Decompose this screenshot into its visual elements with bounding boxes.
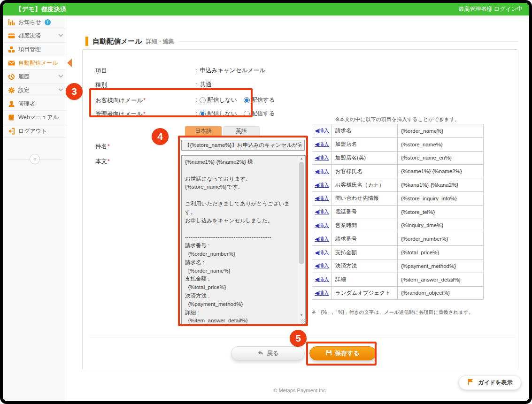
variable-name: ランダムオブジェクト bbox=[332, 286, 398, 300]
table-row: ◀挿入お客様氏名（カナ）{%kana1%} {%kana2%} bbox=[312, 178, 484, 192]
active-item-marker bbox=[67, 59, 72, 67]
guide-button-label: ガイドを表示 bbox=[478, 379, 512, 387]
insert-link[interactable]: ◀挿入 bbox=[315, 128, 329, 133]
table-row: ◀挿入請求番号{%order_number%} bbox=[312, 232, 484, 246]
divider bbox=[90, 337, 515, 337]
table-row: ◀挿入営業時間{%inquiry_time%} bbox=[312, 219, 484, 232]
mail-icon bbox=[8, 60, 15, 67]
insert-link[interactable]: ◀挿入 bbox=[315, 209, 329, 214]
field-label-customer-mail: お客様向けメール* bbox=[95, 97, 146, 105]
radio-customer-mail-off[interactable] bbox=[200, 97, 206, 103]
login-status: 最高管理者様 ログイン中 bbox=[459, 5, 529, 13]
save-button-label: 保存する bbox=[335, 349, 360, 358]
sidebar-item-label: 自動配信メール bbox=[18, 59, 58, 67]
variable-code: {%payment_method%} bbox=[398, 259, 484, 273]
required-mark: * bbox=[143, 97, 146, 104]
insert-link[interactable]: ◀挿入 bbox=[315, 276, 329, 282]
flag-icon bbox=[467, 378, 474, 387]
insert-link[interactable]: ◀挿入 bbox=[315, 222, 329, 228]
insert-link[interactable]: ◀挿入 bbox=[315, 182, 329, 188]
insert-link[interactable]: ◀挿入 bbox=[315, 141, 329, 147]
back-button[interactable]: 戻る bbox=[231, 346, 305, 360]
required-mark: * bbox=[143, 111, 146, 117]
table-row: ◀挿入請求名{%order_name%} bbox=[312, 124, 484, 138]
detail-edit-panel: 項目 : 申込みキャンセルメール 種別 : 共通 お客様向けメール* : 配信し… bbox=[82, 49, 518, 370]
app-window: 【デモ】都度決済 最高管理者様 ログイン中 お知らせ i 都度決済 項目管理 bbox=[3, 3, 529, 401]
divider bbox=[179, 41, 518, 42]
variable-name: 詳細 bbox=[332, 273, 398, 286]
back-button-label: 戻る bbox=[267, 349, 279, 358]
insert-link[interactable]: ◀挿入 bbox=[315, 290, 329, 296]
sidebar-item-label: ログアウト bbox=[18, 127, 47, 135]
radio-admin-mail-on[interactable] bbox=[244, 111, 250, 117]
tab-japanese[interactable]: 日本語 bbox=[185, 126, 222, 136]
collapse-sidebar-button[interactable]: « bbox=[30, 154, 40, 164]
variable-code: {%item_answer_detail%} bbox=[398, 273, 484, 286]
scrollbar-thumb[interactable] bbox=[299, 162, 304, 264]
resize-grip-icon[interactable] bbox=[301, 319, 305, 324]
insert-link[interactable]: ◀挿入 bbox=[315, 168, 329, 174]
chevron-down-icon bbox=[59, 32, 63, 37]
top-header-bar: 【デモ】都度決済 最高管理者様 ログイン中 bbox=[3, 3, 529, 15]
radio-customer-mail-on[interactable] bbox=[244, 97, 250, 103]
table-row: ◀挿入ランダムオブジェクト{%random_object%} bbox=[312, 286, 484, 300]
textarea-scrollbar[interactable]: ▲ ▼ bbox=[298, 156, 305, 324]
sidebar-collapse-row: « bbox=[8, 154, 62, 164]
variable-name: 請求番号 bbox=[332, 232, 398, 246]
back-arrow-icon bbox=[257, 350, 264, 358]
window-frame: 【デモ】都度決済 最高管理者様 ログイン中 お知らせ i 都度決済 項目管理 bbox=[0, 0, 532, 404]
subject-input[interactable] bbox=[181, 140, 305, 151]
insert-link[interactable]: ◀挿入 bbox=[315, 250, 329, 255]
sidebar-item-admin[interactable]: 管理者 bbox=[3, 97, 67, 111]
sidebar-item-payments[interactable]: 都度決済 bbox=[3, 29, 67, 43]
variable-name: 支払金額 bbox=[332, 246, 398, 259]
radio-label: 配信しない bbox=[207, 96, 237, 104]
scroll-down-icon[interactable]: ▼ bbox=[298, 313, 305, 318]
insert-variable-table: ◀挿入請求名{%order_name%} ◀挿入加盟店名{%store_name… bbox=[312, 124, 484, 300]
sidebar-item-logout[interactable]: ログアウト bbox=[3, 124, 67, 138]
sidebar-item-label: 項目管理 bbox=[18, 46, 41, 53]
guide-button[interactable]: ガイドを表示 bbox=[459, 375, 521, 390]
sidebar-item-label: 設定 bbox=[18, 86, 30, 94]
sidebar-item-auto-mail[interactable]: 自動配信メール bbox=[3, 56, 67, 70]
sidebar-item-news[interactable]: お知らせ i bbox=[3, 15, 67, 29]
variable-name: 問い合わせ先情報 bbox=[332, 191, 398, 205]
cubes-icon bbox=[8, 46, 15, 53]
variable-name: 請求名 bbox=[332, 124, 398, 138]
colon: : bbox=[195, 97, 197, 103]
table-row: ◀挿入詳細{%item_answer_detail%} bbox=[312, 273, 484, 286]
field-value-item: 申込みキャンセルメール bbox=[200, 67, 265, 75]
sidebar-item-history[interactable]: 履歴 bbox=[3, 70, 67, 84]
page-title: 自動配信メール bbox=[93, 37, 142, 46]
radio-label: 配信しない bbox=[207, 110, 237, 118]
colon: : bbox=[195, 81, 197, 88]
insert-link[interactable]: ◀挿入 bbox=[315, 155, 329, 160]
person-icon bbox=[8, 100, 15, 107]
credit-card-icon bbox=[8, 32, 15, 39]
sidebar-item-settings[interactable]: 設定 bbox=[3, 84, 67, 97]
sidebar-item-label: 都度決済 bbox=[18, 32, 41, 40]
variable-name: 電話番号 bbox=[332, 205, 398, 219]
colon: : bbox=[195, 110, 197, 117]
sidebar-item-web-manual[interactable]: Webマニュアル bbox=[3, 111, 67, 124]
tab-english[interactable]: 英語 bbox=[223, 126, 260, 136]
insert-link[interactable]: ◀挿入 bbox=[315, 236, 329, 242]
history-icon bbox=[8, 73, 15, 80]
sidebar-item-item-management[interactable]: 項目管理 bbox=[3, 43, 67, 56]
radio-admin-mail-off[interactable] bbox=[200, 111, 206, 117]
annotation-step-3-badge: 3 bbox=[66, 83, 83, 100]
table-row: ◀挿入加盟店名(英){%store_name_en%} bbox=[312, 151, 484, 165]
variable-code: {%name1%} {%name2%} bbox=[398, 165, 484, 178]
insert-note-top: ※本文の中に以下の項目を挿入することができます。 bbox=[312, 116, 483, 123]
field-label-admin-mail: 管理者向けメール* bbox=[95, 110, 146, 118]
insert-link[interactable]: ◀挿入 bbox=[315, 263, 329, 268]
field-label-type: 種別 bbox=[95, 81, 107, 89]
body-textarea[interactable]: {%name1%} {%name2%} 様 お世話になっております。 {%sto… bbox=[181, 155, 306, 324]
variable-name: 加盟店名 bbox=[332, 137, 398, 151]
scroll-up-icon[interactable]: ▲ bbox=[298, 156, 305, 161]
insert-link[interactable]: ◀挿入 bbox=[315, 195, 329, 201]
save-button[interactable]: 保存する bbox=[309, 346, 376, 360]
field-value-type: 共通 bbox=[200, 81, 211, 89]
gear-icon bbox=[8, 87, 15, 94]
variable-code: {%inquiry_time%} bbox=[398, 219, 484, 232]
